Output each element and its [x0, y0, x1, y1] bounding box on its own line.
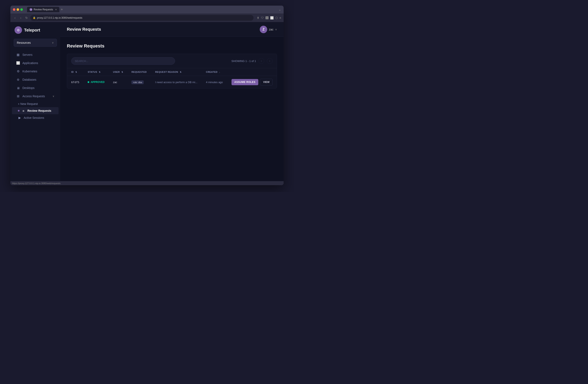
review-requests-icon: ≡: [21, 109, 25, 113]
lock-icon: 🔒: [33, 16, 36, 19]
window-controls: ⌄: [279, 8, 281, 11]
share-icon[interactable]: ⬆: [257, 16, 259, 19]
sidebar-item-desktops[interactable]: 🖥 Desktops: [12, 84, 59, 92]
user-area[interactable]: Z zac ∨: [260, 26, 277, 33]
column-header-status[interactable]: STATUS: [84, 68, 109, 76]
sort-icon-user: [122, 71, 123, 73]
access-requests-chevron-icon: ∨: [53, 95, 54, 98]
sidebar-nav: ▦ Servers ⬜ Applications ⚙ Kubernetes ⊚ …: [10, 51, 60, 177]
access-requests-icon: ⊞: [16, 94, 20, 98]
main-header: Review Requests Z zac ∨: [60, 22, 284, 37]
sidebar-item-access-requests[interactable]: ⊞ Access Requests ∨: [12, 92, 59, 100]
browser-actions: ⬆ 🛡 🅰 ⬜ ⬡ ≡: [257, 16, 281, 19]
browser-titlebar: ⚙ Review Requests ✕ + ⌄: [10, 6, 284, 14]
extension-icon[interactable]: 🅰: [266, 16, 269, 19]
profiles-icon[interactable]: ⬡: [275, 16, 278, 19]
sidebar-item-servers[interactable]: ▦ Servers: [12, 51, 59, 59]
main-content: Review Requests Z zac ∨ Review Requests …: [60, 22, 284, 181]
minimize-button[interactable]: [17, 8, 19, 11]
sidebar-item-databases[interactable]: ⊚ Databases: [12, 76, 59, 84]
sort-icon-created: [219, 71, 220, 73]
sidebar: ⚙ Teleport Resources ∨ ▦ Servers ⬜ Appli…: [10, 22, 60, 181]
logo-text: Teleport: [24, 28, 40, 33]
cell-request-reason: I need access to perform a DB mi...: [151, 76, 202, 89]
page-title: Review Requests: [67, 27, 260, 32]
column-header-user[interactable]: USER: [109, 68, 127, 76]
active-tab[interactable]: ⚙ Review Requests ✕: [27, 7, 59, 12]
active-sessions-label: Active Sessions: [24, 116, 44, 119]
sidebar-item-review-requests[interactable]: ≡ Review Requests: [12, 107, 59, 114]
sidebar-item-new-request[interactable]: + New Request: [10, 100, 60, 107]
created-time-text: 4 minutes ago: [206, 81, 223, 84]
desktops-icon: 🖥: [16, 86, 20, 90]
cell-status: APPROVED: [84, 76, 109, 89]
status-text: APPROVED: [90, 81, 105, 84]
logo-icon: ⚙: [15, 26, 22, 34]
statusbar-url: https://proxy.127.0.0.1.nip.io:3080/web/…: [12, 182, 61, 185]
forward-button[interactable]: ›: [19, 16, 23, 19]
sidebar-item-applications[interactable]: ⬜ Applications: [12, 59, 59, 67]
view-button[interactable]: VIEW: [260, 79, 273, 85]
sidebar-logo: ⚙ Teleport: [10, 26, 60, 39]
page-body: Review Requests SHOWING 1 - 1 of 1 ‹ ›: [60, 37, 284, 181]
showing-label: SHOWING 1 - 1 of 1: [231, 59, 256, 63]
sidebar-item-label: Kubernetes: [22, 70, 37, 73]
tab-close-icon[interactable]: ✕: [55, 8, 57, 11]
column-header-id[interactable]: ID: [67, 68, 84, 76]
review-requests-label: Review Requests: [27, 109, 51, 112]
reload-button[interactable]: ↻: [24, 16, 29, 19]
sidebar-item-kubernetes[interactable]: ⚙ Kubernetes: [12, 67, 59, 75]
menu-icon[interactable]: ≡: [279, 16, 281, 19]
servers-icon: ▦: [16, 53, 20, 57]
active-sessions-icon: ▶: [18, 116, 21, 120]
address-bar[interactable]: 🔒 proxy.127.0.0.1.nip.io:3080/web/reques…: [30, 15, 253, 21]
sidebar-item-label: Desktops: [22, 86, 35, 90]
table-header-row: ID STATUS USER: [67, 68, 277, 76]
request-reason-text: I need access to perform a DB mi...: [155, 81, 197, 84]
back-button[interactable]: ‹: [13, 16, 17, 19]
row-actions: ASSUME ROLES VIEW: [231, 79, 273, 85]
resources-label: Resources: [17, 41, 31, 44]
tab-favicon-icon: ⚙: [29, 8, 32, 11]
sort-icon-reason: [180, 71, 182, 73]
browser-statusbar: https://proxy.127.0.0.1.nip.io:3080/web/…: [10, 181, 284, 185]
user-menu-chevron-icon: ∨: [275, 28, 277, 31]
user-name: zac: [269, 28, 273, 31]
applications-icon: ⬜: [16, 61, 20, 65]
column-header-requested: REQUESTED: [127, 68, 151, 76]
table-container: SHOWING 1 - 1 of 1 ‹ › ID: [67, 54, 277, 89]
status-badge: APPROVED: [88, 81, 105, 84]
fullscreen-button[interactable]: [20, 8, 23, 11]
sort-icon-status: [99, 71, 101, 73]
app-content: ⚙ Teleport Resources ∨ ▦ Servers ⬜ Appli…: [10, 22, 284, 181]
status-dot: [88, 81, 89, 83]
assume-roles-button[interactable]: ASSUME ROLES: [231, 79, 258, 85]
resources-dropdown[interactable]: Resources ∨: [14, 39, 57, 47]
sort-icon-id: [75, 71, 77, 73]
role-badge: role: dba: [131, 80, 144, 84]
databases-icon: ⊚: [16, 78, 20, 81]
section-title: Review Requests: [67, 43, 277, 49]
pagination-prev-button[interactable]: ‹: [258, 58, 264, 64]
table-row: 6fdf5 APPROVED zac role: dba: [67, 76, 277, 89]
access-requests-label: Access Requests: [22, 95, 50, 98]
cell-id: 6fdf5: [67, 76, 84, 89]
pagination-next-button[interactable]: ›: [267, 58, 273, 64]
column-header-created[interactable]: CREATED: [202, 68, 227, 76]
tab-title: Review Requests: [34, 8, 53, 11]
sidebar-item-label: Servers: [22, 53, 32, 57]
cell-requested: role: dba: [127, 76, 151, 89]
access-requests-subnav: + New Request ≡ Review Requests ▶ Active…: [10, 100, 60, 121]
search-input[interactable]: [71, 57, 175, 65]
data-table: ID STATUS USER: [67, 68, 277, 88]
sidebar-item-label: Applications: [22, 61, 38, 65]
shield-icon[interactable]: 🛡: [261, 16, 264, 19]
column-header-request-reason[interactable]: REQUEST REASON: [151, 68, 202, 76]
kubernetes-icon: ⚙: [16, 69, 20, 73]
sidebar-item-active-sessions[interactable]: ▶ Active Sessions: [10, 114, 60, 121]
sidebar-toggle-icon[interactable]: ⬜: [270, 16, 274, 19]
chevron-down-icon: ∨: [52, 41, 54, 44]
close-button[interactable]: [13, 8, 15, 11]
cell-created: 4 minutes ago: [202, 76, 227, 89]
new-tab-button[interactable]: +: [61, 7, 63, 12]
